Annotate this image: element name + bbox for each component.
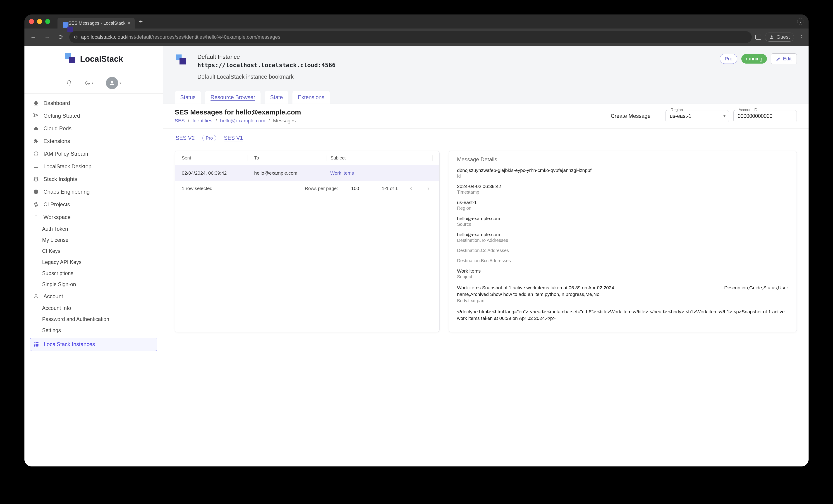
user-menu[interactable]: ▾ bbox=[106, 77, 121, 89]
notifications-icon[interactable] bbox=[66, 80, 72, 86]
maximize-window-button[interactable] bbox=[45, 19, 50, 24]
breadcrumb-email[interactable]: hello@example.com bbox=[220, 118, 265, 124]
reload-button[interactable]: ⟳ bbox=[56, 32, 66, 42]
sidebar-item-ci-projects[interactable]: CI Projects bbox=[30, 198, 157, 211]
back-button[interactable]: ← bbox=[28, 32, 39, 42]
tab-ses-v1[interactable]: SES V1 bbox=[223, 133, 244, 143]
sidebar-item-localstack-instances[interactable]: LocalStack Instances bbox=[30, 338, 157, 351]
column-header-to[interactable]: To bbox=[254, 155, 322, 160]
detail-ts-value: 2024-04-02 06:39:42 bbox=[457, 184, 788, 189]
create-message-button[interactable]: Create Message bbox=[611, 113, 650, 119]
sidebar-item-label: CI Projects bbox=[44, 201, 70, 208]
minimize-window-button[interactable] bbox=[37, 19, 42, 24]
breadcrumb-identities[interactable]: Identities bbox=[192, 118, 212, 124]
sidebar-item-label: Getting Started bbox=[44, 112, 80, 119]
close-window-button[interactable] bbox=[29, 19, 34, 24]
sidebar-item-account-info[interactable]: Account Info bbox=[40, 303, 157, 314]
forward-button[interactable]: → bbox=[42, 32, 52, 42]
rows-per-page-value[interactable]: 100 bbox=[351, 186, 359, 191]
sidebar-item-label: Password and Authentication bbox=[42, 316, 109, 322]
edit-button[interactable]: Edit bbox=[771, 53, 797, 64]
address-bar[interactable]: ⚙ app.localstack.cloud/inst/default/reso… bbox=[69, 31, 752, 43]
breadcrumb-ses[interactable]: SES bbox=[175, 118, 185, 124]
sidebar-item-iam-policy-stream[interactable]: IAM Policy Stream bbox=[30, 148, 157, 160]
tab-resource-browser[interactable]: Resource Browser bbox=[205, 91, 261, 104]
pro-badge: Pro bbox=[720, 54, 737, 64]
detail-subject-label: Subject bbox=[457, 274, 788, 279]
table-row[interactable]: 02/04/2024, 06:39:42 hello@example.com W… bbox=[175, 166, 439, 181]
account-id-label: Account ID bbox=[737, 108, 759, 112]
account-id-value: 000000000000 bbox=[738, 113, 772, 119]
page-header-bar: SES Messages for hello@example.com SES/ … bbox=[163, 104, 809, 128]
layers-icon bbox=[32, 176, 40, 182]
tab-ses-v2[interactable]: SES V2 bbox=[175, 133, 196, 143]
browser-tab[interactable]: SES Messages - LocalStack × bbox=[57, 18, 135, 28]
tab-extensions[interactable]: Extensions bbox=[292, 91, 330, 104]
profile-chip[interactable]: Guest bbox=[765, 32, 794, 42]
rows-per-page-label: Rows per page: bbox=[305, 186, 338, 191]
svg-point-2 bbox=[771, 35, 772, 37]
region-value: us-east-1 bbox=[670, 113, 692, 119]
svg-point-5 bbox=[111, 81, 113, 83]
tab-state[interactable]: State bbox=[265, 91, 288, 104]
sidebar-item-dashboard[interactable]: Dashboard bbox=[30, 97, 157, 109]
prev-page-icon[interactable]: ‹ bbox=[407, 185, 415, 192]
detail-region-label: Region bbox=[457, 206, 788, 211]
instance-name: Default Instance bbox=[197, 53, 714, 60]
sidebar-item-my-license[interactable]: My License bbox=[40, 234, 157, 246]
site-info-icon[interactable]: ⚙ bbox=[74, 34, 78, 40]
sidebar-item-settings[interactable]: Settings bbox=[40, 325, 157, 336]
sidebar-item-ci-keys[interactable]: CI Keys bbox=[40, 246, 157, 257]
favicon-icon bbox=[62, 21, 66, 25]
page-title: SES Messages for hello@example.com bbox=[175, 108, 301, 116]
breadcrumb-current: Messages bbox=[273, 118, 295, 124]
detail-source-label: Source bbox=[457, 222, 788, 227]
sidebar-item-auth-token[interactable]: Auth Token bbox=[40, 224, 157, 234]
svg-point-24 bbox=[37, 346, 38, 346]
close-tab-icon[interactable]: × bbox=[128, 20, 130, 26]
detail-source-value: hello@example.com bbox=[457, 216, 788, 221]
new-tab-button[interactable]: + bbox=[139, 18, 143, 25]
sidebar-item-extensions[interactable]: Extensions bbox=[30, 135, 157, 148]
sidebar-item-chaos-engineering[interactable]: Chaos Engineering bbox=[30, 185, 157, 198]
next-page-icon[interactable]: › bbox=[424, 185, 433, 192]
cell-subject[interactable]: Work items bbox=[330, 170, 433, 176]
edit-button-label: Edit bbox=[783, 56, 791, 62]
account-id-input[interactable]: Account ID 000000000000 bbox=[733, 110, 797, 122]
tab-dropdown-icon[interactable]: ⌄ bbox=[797, 18, 804, 25]
theme-toggle-icon[interactable]: ▾ bbox=[85, 80, 93, 86]
svg-point-17 bbox=[36, 342, 37, 343]
browser-menu-icon[interactable]: ⋮ bbox=[798, 33, 805, 41]
detail-ts-label: Timestamp bbox=[457, 190, 788, 195]
sidebar-nav: Dashboard Getting Started Cloud Pods Ext… bbox=[24, 94, 163, 351]
macos-window-controls bbox=[29, 19, 50, 24]
sidebar-item-subscriptions[interactable]: Subscriptions bbox=[40, 268, 157, 279]
instance-url: https://localhost.localstack.cloud:4566 bbox=[197, 62, 714, 69]
breadcrumb: SES/ Identities/ hello@example.com/ Mess… bbox=[175, 118, 301, 124]
sidebar-item-cloud-pods[interactable]: Cloud Pods bbox=[30, 122, 157, 135]
sidebar-item-workspace[interactable]: Workspace bbox=[30, 211, 157, 224]
svg-rect-14 bbox=[34, 216, 38, 219]
svg-rect-6 bbox=[34, 101, 35, 103]
sidebar-item-stack-insights[interactable]: Stack Insights bbox=[30, 173, 157, 185]
sidebar-item-localstack-desktop[interactable]: LocalStack Desktop bbox=[30, 160, 157, 173]
detail-bcc-label: Destination.Bcc Addresses bbox=[457, 258, 788, 263]
tab-status[interactable]: Status bbox=[175, 91, 201, 104]
logo[interactable]: LocalStack bbox=[24, 46, 163, 72]
sidebar-item-label: Single Sign-on bbox=[42, 281, 76, 287]
sidebar-item-account[interactable]: Account bbox=[30, 290, 157, 303]
main-content: Default Instance https://localhost.local… bbox=[163, 46, 809, 467]
column-header-sent[interactable]: Sent bbox=[182, 155, 247, 160]
grid-icon bbox=[33, 341, 40, 348]
column-header-subject[interactable]: Subject bbox=[326, 155, 433, 160]
sidebar-item-legacy-api-keys[interactable]: Legacy API Keys bbox=[40, 257, 157, 268]
svg-rect-7 bbox=[37, 101, 38, 103]
laptop-icon bbox=[32, 163, 40, 170]
sidebar-item-getting-started[interactable]: Getting Started bbox=[30, 109, 157, 122]
sidebar-item-password-auth[interactable]: Password and Authentication bbox=[40, 314, 157, 325]
side-panel-icon[interactable] bbox=[755, 34, 761, 40]
browser-window: SES Messages - LocalStack × + ⌄ ← → ⟳ ⚙ … bbox=[24, 15, 809, 467]
sidebar-item-single-sign-on[interactable]: Single Sign-on bbox=[40, 279, 157, 290]
plane-icon bbox=[32, 112, 40, 119]
region-select[interactable]: Region us-east-1 bbox=[666, 110, 729, 122]
